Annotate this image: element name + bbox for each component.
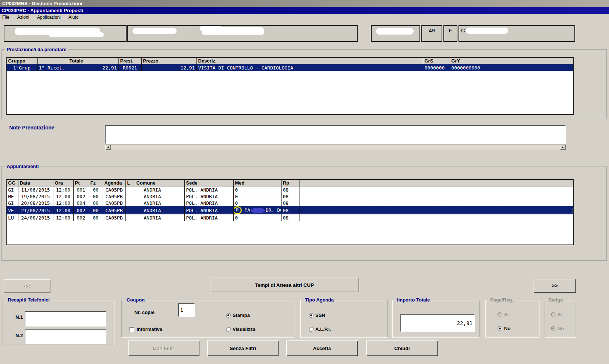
paga-reg-group: Paga/Reg. Si No <box>485 300 539 338</box>
badge-no-radio <box>551 326 556 331</box>
scroll-right-arrow-icon[interactable]: ► <box>560 145 566 150</box>
paga-reg-si-radio <box>498 312 502 317</box>
cell-grs: 0000000 <box>423 64 450 71</box>
nr-copie-label: Nr. copie <box>134 310 155 315</box>
col-comune: Comune <box>135 180 184 186</box>
ssn-label: SSN <box>315 313 325 318</box>
col-sede: Sede <box>184 180 233 186</box>
col-prest: Prest. <box>118 58 141 64</box>
background-window-titlebar: CP002MNS - Gestione Prenotazioni <box>0 0 609 7</box>
accetta-button[interactable]: Accetta <box>286 340 358 356</box>
nr-copie-input[interactable] <box>178 303 195 317</box>
patient-residence-fragment: C <box>461 27 465 33</box>
ssn-radio[interactable] <box>309 313 314 318</box>
menu-aiuto[interactable]: Aiuto <box>65 14 82 21</box>
coupon-group: Coupon Nr. copie Stampa Informativa Visu… <box>121 300 294 338</box>
cell-tipo: 1" Ricet. <box>37 64 68 71</box>
patient-gender: F <box>449 27 452 33</box>
window-title: CP020PRC - Appuntamenti Proposti <box>1 8 83 13</box>
note-prenotazione-input[interactable] <box>105 125 566 144</box>
patient-age: 49 <box>429 27 435 33</box>
col-gg: GG <box>7 180 18 186</box>
patient-age-field: 49 <box>421 25 442 42</box>
redaction <box>242 187 277 190</box>
n2-label: N.2 <box>15 333 23 338</box>
col-filler <box>300 180 573 186</box>
badge-group: Badge Si No <box>545 300 576 338</box>
importo-totale-input <box>400 314 475 332</box>
menu-file[interactable]: File <box>0 14 13 21</box>
chiudi-button[interactable]: Chiudi <box>366 340 438 356</box>
tempi-attesa-cup-button[interactable]: Tempi di Attesa altri CUP <box>210 278 359 292</box>
tipo-agenda-group: Tipo Agenda SSN A.L.P.I. <box>300 300 388 338</box>
informativa-label: Informativa <box>137 326 162 332</box>
cell-gry: 0000000000 <box>450 64 573 71</box>
redaction <box>49 32 104 37</box>
col-gry: GrY <box>450 58 573 64</box>
col-fz: Fz <box>89 180 103 186</box>
importo-totale-group: Importo Totale <box>392 300 480 338</box>
cell-prest: R0021 <box>118 64 141 71</box>
stampa-radio[interactable] <box>226 313 231 318</box>
badge-si-radio <box>551 312 556 317</box>
col-descriz: Descriz. <box>196 58 423 64</box>
cell-prezzo: 12,91 <box>141 64 196 71</box>
col-med: Med <box>233 180 281 186</box>
background-window-title: CP002MNS - Gestione Prenotazioni <box>2 1 82 6</box>
appuntamento-row[interactable]: GI 20/08/2015 12:00 004 00 CA05PB ANDRIA… <box>7 200 573 206</box>
col-l: L <box>125 180 135 186</box>
prestazioni-header-row: Gruppo Totale Prest. Prezzo Descriz. GrS… <box>7 58 573 64</box>
redaction <box>132 28 177 34</box>
application-window: CP002MNS - Gestione Prenotazioni CP020PR… <box>0 0 609 364</box>
redaction <box>200 26 222 31</box>
paga-reg-no-label: No <box>504 326 510 331</box>
col-gruppo: Gruppo <box>7 58 37 64</box>
stampa-label: Stampa <box>233 313 250 318</box>
highlight-circle-annotation: 0 <box>233 206 242 214</box>
appuntamenti-group-label: Appuntamenti <box>5 164 40 169</box>
active-window-titlebar[interactable]: CP020PRC - Appuntamenti Proposti <box>0 7 609 14</box>
note-prenotazione-label: Note Prenotazione <box>9 125 54 131</box>
con-filtri-button: Con Filtri <box>128 340 199 356</box>
tipo-agenda-group-label: Tipo Agenda <box>304 297 335 303</box>
redaction <box>240 200 273 204</box>
senza-filtri-button[interactable]: Senza Filtri <box>207 340 279 356</box>
appuntamento-row[interactable]: ME 19/08/2015 12:00 002 00 CA05PB ANDRIA… <box>7 193 573 200</box>
col-rp: Rp <box>281 180 300 186</box>
visualizza-radio[interactable] <box>226 327 231 332</box>
badge-no-label: No <box>557 326 564 331</box>
next-button[interactable]: >> <box>534 279 576 293</box>
menu-azioni[interactable]: Azioni <box>14 14 33 21</box>
paga-reg-group-label: Paga/Reg. <box>489 297 515 303</box>
visualizza-label: Visualizza <box>233 326 255 332</box>
col-prezzo: Prezzo <box>141 58 196 64</box>
redaction <box>466 28 508 34</box>
recapiti-telefonici-group: Recapiti Telefonici N.1 N.2 <box>3 300 115 345</box>
n1-label: N.1 <box>15 314 23 320</box>
appuntamenti-group: Appuntamenti GG Data Ora Pt Fz Agenda L … <box>1 166 607 261</box>
redaction <box>376 28 414 35</box>
prestazione-row-selected[interactable]: 1"Grup 1" Ricet. 22,91 R0021 12,91 VISIT… <box>7 64 573 71</box>
prestazioni-group-label: Prestazione/i da prenotare <box>5 47 68 52</box>
phone-n1-input[interactable] <box>25 311 106 326</box>
alpi-radio[interactable] <box>309 327 314 332</box>
coupon-group-label: Coupon <box>125 297 146 303</box>
cell-descriz: VISITA DI CONTROLLO - CARDIOLOGIA <box>196 64 423 71</box>
informativa-checkbox[interactable] <box>130 327 134 332</box>
note-horizontal-scrollbar[interactable]: ◄ ► <box>105 144 566 150</box>
cell-gruppo: 1"Grup <box>7 64 37 71</box>
cell-totale: 22,91 <box>68 64 118 71</box>
prestazioni-grid: Gruppo Totale Prest. Prezzo Descriz. GrS… <box>6 57 574 115</box>
col-grs: GrS <box>423 58 450 64</box>
col-totale: Totale <box>68 58 118 64</box>
phone-n2-input[interactable] <box>25 329 106 344</box>
appuntamento-row-selected[interactable]: VE 21/08/2015 12:00 002 00 CA05PB ANDRIA… <box>7 206 573 214</box>
appuntamento-row[interactable]: LU 24/08/2015 12:00 002 00 CA05PB ANDRIA… <box>7 214 573 221</box>
scroll-left-arrow-icon[interactable]: ◄ <box>105 145 111 150</box>
appuntamenti-header-row: GG Data Ora Pt Fz Agenda L Comune Sede M… <box>7 180 573 186</box>
badge-si-label: Si <box>557 312 562 317</box>
paga-reg-no-radio <box>498 326 502 331</box>
menu-applicazioni[interactable]: Applicazioni <box>34 14 64 21</box>
redaction-blue <box>251 208 265 213</box>
appuntamento-row[interactable]: GI 11/06/2015 12:00 001 00 CA05PB ANDRIA… <box>7 186 573 193</box>
